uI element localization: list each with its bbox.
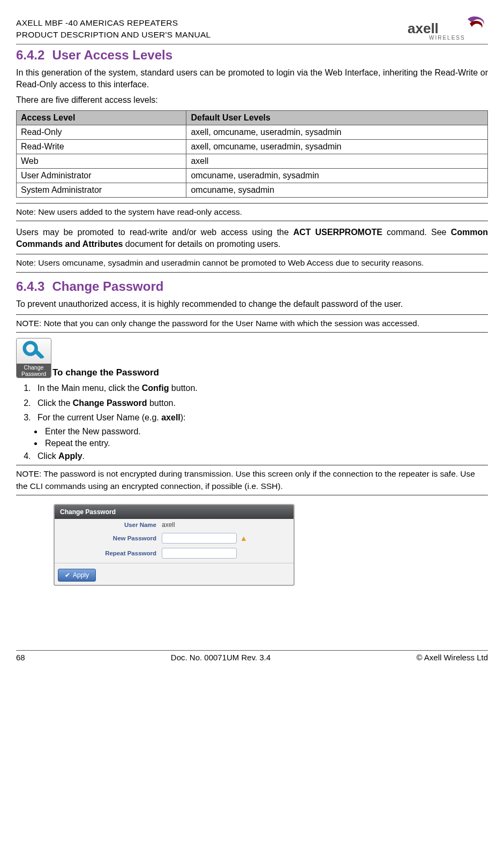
copyright: © Axell Wireless Ltd <box>416 653 488 662</box>
paragraph: There are five different access levels: <box>16 94 488 106</box>
change-password-dialog: Change Password User Name axell New Pass… <box>54 504 295 586</box>
table-row: System Administratoromcuname, sysadmin <box>17 183 488 197</box>
section-number: 6.4.2 <box>16 48 44 63</box>
section-heading-user-access-levels: 6.4.2User Access Levels <box>16 48 488 63</box>
bullet-item: Repeat the entry. <box>43 439 488 448</box>
table-header-access-level: Access Level <box>17 110 186 125</box>
table-row: User Administratoromcuname, useradmin, s… <box>17 168 488 183</box>
table-row: Webaxell <box>17 154 488 168</box>
logo-text-bottom: WIRELESS <box>429 35 465 41</box>
icon-label: ChangePassword <box>17 364 51 378</box>
dialog-row-newpassword: New Password ▲ <box>55 531 294 546</box>
paragraph: In this generation of the system, standa… <box>16 67 488 90</box>
dialog-row-repeatpassword: Repeat Password <box>55 546 294 561</box>
username-label: User Name <box>60 522 162 528</box>
check-icon: ✔ <box>65 571 70 579</box>
change-password-icon-row: ChangePassword To change the Password <box>16 338 488 378</box>
newpassword-input[interactable] <box>162 533 237 544</box>
section-title: Change Password <box>52 279 163 293</box>
note-username-session: NOTE: Note that you can only change the … <box>16 314 488 333</box>
change-password-button-icon: ChangePassword <box>16 338 51 378</box>
repeatpassword-label: Repeat Password <box>60 550 162 556</box>
sub-bullets: Enter the New password. Repeat the entry… <box>43 427 488 448</box>
step-item: Click Apply. <box>33 450 488 462</box>
table-row: Read-Writeaxell, omcuname, useradmin, sy… <box>17 139 488 154</box>
header-line2: PRODUCT DESCRIPTION AND USER'S MANUAL <box>16 29 210 41</box>
header-line1: AXELL MBF -40 AMERICAS REPEATERS <box>16 17 210 29</box>
page-footer: 68 Doc. No. 00071UM Rev. 3.4 © Axell Wir… <box>16 650 488 662</box>
section-number: 6.4.3 <box>16 279 44 294</box>
warning-icon: ▲ <box>240 534 247 542</box>
note-encryption: NOTE: The password is not encrypted duri… <box>16 465 488 495</box>
dialog-row-username: User Name axell <box>55 519 294 531</box>
paragraph-promote: Users may be promoted to read-write and/… <box>16 227 488 250</box>
steps-list-cont: Click Apply. <box>33 450 488 462</box>
brand-logo: axell WIRELESS <box>408 16 488 42</box>
access-levels-table: Access Level Default User Levels Read-On… <box>16 110 488 198</box>
paragraph: To prevent unauthorized access, it is hi… <box>16 298 488 310</box>
table-row: Read-Onlyaxell, omcuname, useradmin, sys… <box>17 125 488 139</box>
steps-list: In the Main menu, click the Config butto… <box>33 382 488 424</box>
note-webaccess: Note: Users omcuname, sysadmin and usera… <box>16 254 488 272</box>
axell-logo-icon: axell WIRELESS <box>408 16 488 42</box>
section-heading-change-password: 6.4.3Change Password <box>16 279 488 294</box>
dialog-separator <box>55 563 294 563</box>
logo-text-top: axell <box>408 20 439 36</box>
page-number: 68 <box>16 653 25 662</box>
apply-button[interactable]: ✔ Apply <box>58 569 96 582</box>
table-header-default-users: Default User Levels <box>186 110 488 125</box>
step-item: For the current User Name (e.g. axell): <box>33 412 488 424</box>
username-value: axell <box>162 521 175 529</box>
header-text: AXELL MBF -40 AMERICAS REPEATERS PRODUCT… <box>16 17 210 41</box>
section-title: User Access Levels <box>52 48 172 62</box>
dialog-title: Change Password <box>55 505 294 519</box>
key-icon <box>21 340 47 364</box>
bullet-item: Enter the New password. <box>43 427 488 436</box>
page-header: AXELL MBF -40 AMERICAS REPEATERS PRODUCT… <box>16 16 488 44</box>
doc-number: Doc. No. 00071UM Rev. 3.4 <box>171 653 270 662</box>
apply-label: Apply <box>73 571 89 579</box>
procedure-title: To change the Password <box>52 367 159 378</box>
step-item: Click the Change Password button. <box>33 397 488 409</box>
repeatpassword-input[interactable] <box>162 548 237 559</box>
note-readonly: Note: New users added to the system have… <box>16 203 488 221</box>
newpassword-label: New Password <box>60 535 162 541</box>
step-item: In the Main menu, click the Config butto… <box>33 382 488 394</box>
